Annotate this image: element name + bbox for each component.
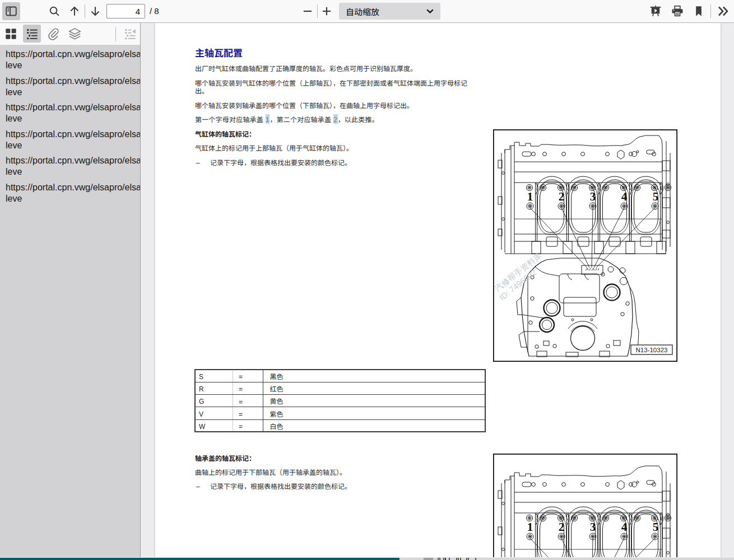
sidebar-header-separator xyxy=(115,27,116,41)
outline-item[interactable]: https://portal.cpn.vwg/elsapro/elsa leve xyxy=(6,102,140,124)
chevron-down-icon xyxy=(426,9,434,13)
equals-sign: = xyxy=(239,421,243,431)
code-eq-cell: V= xyxy=(195,407,263,419)
outline-item[interactable]: https://portal.cpn.vwg/elsapro/elsa leve xyxy=(6,155,140,178)
color-cell: 白色 xyxy=(263,419,485,432)
outline-item[interactable]: https://portal.cpn.vwg/elsapro/elsa leve xyxy=(6,129,140,151)
find-button[interactable] xyxy=(45,2,63,20)
paragraph: 哪个轴瓦安装到气缸体的哪个位置（上部轴瓦），在下部密封面或者气缸体端面上用字母标… xyxy=(195,79,473,95)
callout-number: 1 xyxy=(527,190,533,203)
thumbnails-view-button[interactable] xyxy=(2,25,20,43)
table-row: R=红色 xyxy=(195,382,485,394)
paragraph: 气缸体上的标记用于上部轴瓦（用于气缸体的轴瓦）。 xyxy=(195,144,473,152)
bottom-bar-tick xyxy=(460,558,461,560)
bottom-gray-bar xyxy=(399,558,734,560)
next-page-button[interactable] xyxy=(86,2,104,20)
bottom-bar-thumb xyxy=(424,558,433,560)
callout-number: 4 xyxy=(621,520,628,534)
plus-icon xyxy=(320,5,333,17)
current-outline-item-button[interactable] xyxy=(121,25,139,43)
equals-sign: = xyxy=(239,371,243,381)
section-heading: 气缸体的轴瓦标记： xyxy=(195,130,473,138)
code-eq-cell: W= xyxy=(195,419,263,432)
double-chevron-icon xyxy=(716,4,730,18)
viewer-area[interactable]: 主轴瓦配置 出厂时气缸体或曲轴配置了正确厚度的轴瓦。彩色点可用于识别轴瓦厚度。 … xyxy=(141,23,734,560)
zoom-select[interactable]: 自动缩放 xyxy=(339,3,440,20)
code-cell: G xyxy=(199,396,204,405)
code-cell: V xyxy=(199,409,203,418)
outline-item[interactable]: https://portal.cpn.vwg/elsapro/elsa leve xyxy=(6,182,140,204)
document-title: 主轴瓦配置 xyxy=(195,47,243,58)
zoom-out-button[interactable] xyxy=(299,2,317,20)
color-code-table: S=黑色 R=红色 G=黄色 V=紫色 W=白色 xyxy=(194,369,486,432)
paragraph-text: ，第二个对应轴承盖 xyxy=(270,114,333,124)
list-dash: – xyxy=(196,482,200,491)
layers-icon xyxy=(68,27,81,40)
minus-icon xyxy=(301,5,314,17)
list-item: –记录下字母，根据表格找出要安装的颜色标记。 xyxy=(195,482,473,491)
attachments-view-button[interactable] xyxy=(44,25,62,43)
bearing-cap-ref-2[interactable]: 2 xyxy=(333,114,338,124)
print-icon xyxy=(671,5,684,17)
figure-cylinder-block-marks: 1 2 3 4 5 汽修帮手资料库 ID: 7496002 N13-10323 xyxy=(493,129,677,362)
bottom-bar-tick xyxy=(458,558,459,560)
paperclip-icon xyxy=(47,27,59,40)
zoom-select-value: 自动缩放 xyxy=(339,6,379,17)
page-number-input[interactable] xyxy=(106,4,145,18)
bottom-edge-strip xyxy=(0,557,734,560)
outline-item[interactable]: https://portal.cpn.vwg/elsapro/elsa leve xyxy=(6,76,140,98)
more-tools-button[interactable] xyxy=(714,2,732,20)
arrow-down-icon xyxy=(89,5,101,17)
code-eq-cell: R= xyxy=(195,382,263,394)
engine-diagram: 1 2 3 4 5 汽修帮手资料库 ID: 7496002 N13-10323 xyxy=(493,129,677,362)
toolbar-separator xyxy=(710,4,711,18)
print-button[interactable] xyxy=(668,2,686,20)
bottom-bar-tick xyxy=(438,558,439,560)
callout-number: 4 xyxy=(621,190,628,203)
bottom-bar-tick xyxy=(439,558,440,560)
toggle-sidebar-button[interactable] xyxy=(2,2,20,20)
outline-view-button[interactable] xyxy=(23,25,41,43)
list-dash: – xyxy=(196,158,200,167)
color-cell: 紫色 xyxy=(263,407,485,419)
outline-item[interactable]: https://portal.cpn.vwg/elsapro/elsa leve xyxy=(6,49,140,71)
bottom-teal-bar xyxy=(0,558,399,560)
callout-number: 1 xyxy=(527,520,533,534)
color-cell: 黑色 xyxy=(263,370,485,382)
table-row: V=紫色 xyxy=(195,407,485,419)
figure-label-text: N13-10323 xyxy=(636,347,668,353)
bottom-bar-tick xyxy=(449,558,450,560)
outline-view: https://portal.cpn.vwg/elsapro/elsa leve… xyxy=(0,45,140,560)
bookmark-button[interactable] xyxy=(690,2,708,20)
list-text: 记录下字母，根据表格找出要安装的颜色标记。 xyxy=(210,157,351,167)
zoom-in-button[interactable] xyxy=(318,2,336,20)
previous-page-button[interactable] xyxy=(66,2,83,20)
bottom-bar-tick xyxy=(443,558,444,560)
list-item: –记录下字母，根据表格找出要安装的颜色标记。 xyxy=(195,158,473,167)
layers-view-button[interactable] xyxy=(66,25,83,43)
callout-number: 2 xyxy=(559,190,565,203)
paragraph-text: 第一个字母对应轴承盖 xyxy=(195,114,266,124)
paragraph: 哪个轴瓦安装到轴承盖的哪个位置（下部轴瓦），在曲轴上用字母标记出。 xyxy=(195,101,473,110)
figure-bearing-cap-marks: 1 2 3 4 5 汽修帮手资料库 ID: 7496002 N13-10323 xyxy=(493,454,677,560)
equals-sign: = xyxy=(239,396,243,405)
code-cell: W xyxy=(199,421,205,431)
color-cell: 红色 xyxy=(263,382,485,394)
paragraph: 第一个字母对应轴承盖 1，第二个对应轴承盖 2，以此类推。 xyxy=(195,115,473,124)
equals-sign: = xyxy=(239,384,243,393)
figure-label: N13-10323 xyxy=(631,345,672,354)
outline-list-icon xyxy=(26,27,39,40)
callout-number: 3 xyxy=(590,190,596,203)
callout-number: 3 xyxy=(590,520,596,534)
list-text: 记录下字母，根据表格找出要安装的颜色标记。 xyxy=(210,481,351,491)
toolbar-separator xyxy=(85,4,85,18)
engine-diagram: 1 2 3 4 5 汽修帮手资料库 ID: 7496002 N13-10323 xyxy=(493,454,677,560)
sidebar: https://portal.cpn.vwg/elsapro/elsa leve… xyxy=(0,23,141,560)
presentation-mode-button[interactable] xyxy=(647,2,665,20)
paragraph-text: ，以此类推。 xyxy=(338,114,379,124)
table-row: S=黑色 xyxy=(195,370,485,382)
section-heading: 轴承盖的轴瓦标记： xyxy=(195,454,473,463)
sidebar-header xyxy=(0,23,140,45)
paragraph: 曲轴上的标记用于下部轴瓦（用于轴承盖的轴瓦）。 xyxy=(195,468,473,477)
table-row: W=白色 xyxy=(195,419,485,432)
